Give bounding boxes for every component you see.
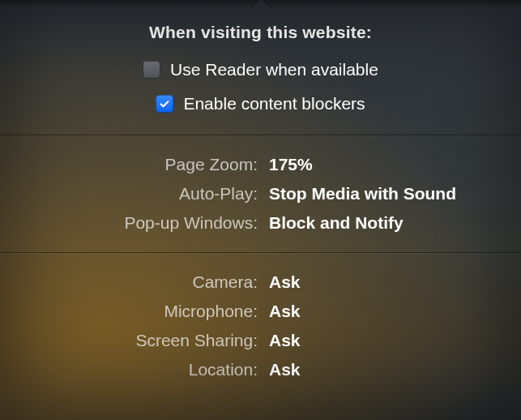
auto-play-label: Auto-Play:: [15, 184, 258, 204]
use-reader-label: Use Reader when available: [170, 60, 378, 79]
permissions-group: Camera: Ask Microphone: Ask Screen Shari…: [0, 253, 521, 399]
location-label: Location:: [15, 360, 258, 379]
page-zoom-label: Page Zoom:: [15, 155, 258, 174]
camera-label: Camera:: [15, 272, 258, 292]
use-reader-checkbox[interactable]: [143, 61, 160, 79]
camera-value[interactable]: Ask: [269, 272, 506, 292]
screen-sharing-value[interactable]: Ask: [269, 331, 506, 350]
header-title: When visiting this website:: [15, 23, 506, 42]
screen-sharing-row: Screen Sharing: Ask: [15, 326, 506, 355]
page-zoom-value[interactable]: 175%: [269, 155, 506, 174]
microphone-label: Microphone:: [15, 302, 258, 321]
header-section: When visiting this website: Use Reader w…: [0, 0, 521, 135]
screen-sharing-label: Screen Sharing:: [15, 331, 258, 350]
popup-windows-label: Pop-up Windows:: [15, 213, 258, 233]
checkmark-icon: [159, 98, 170, 109]
popup-windows-value[interactable]: Block and Notify: [269, 213, 506, 233]
display-settings-group: Page Zoom: 175% Auto-Play: Stop Media wi…: [0, 135, 521, 252]
enable-blockers-option[interactable]: Enable content blockers: [15, 94, 506, 114]
microphone-value[interactable]: Ask: [269, 302, 506, 321]
location-value[interactable]: Ask: [269, 360, 506, 379]
location-row: Location: Ask: [15, 355, 506, 384]
page-zoom-row: Page Zoom: 175%: [15, 150, 506, 179]
microphone-row: Microphone: Ask: [15, 297, 506, 326]
popup-windows-row: Pop-up Windows: Block and Notify: [15, 208, 506, 238]
enable-blockers-checkbox[interactable]: [156, 95, 173, 113]
enable-blockers-label: Enable content blockers: [183, 94, 365, 114]
auto-play-value[interactable]: Stop Media with Sound: [269, 184, 506, 204]
auto-play-row: Auto-Play: Stop Media with Sound: [15, 179, 506, 208]
use-reader-option[interactable]: Use Reader when available: [15, 60, 506, 79]
camera-row: Camera: Ask: [15, 268, 506, 297]
website-settings-popover: When visiting this website: Use Reader w…: [0, 0, 521, 420]
